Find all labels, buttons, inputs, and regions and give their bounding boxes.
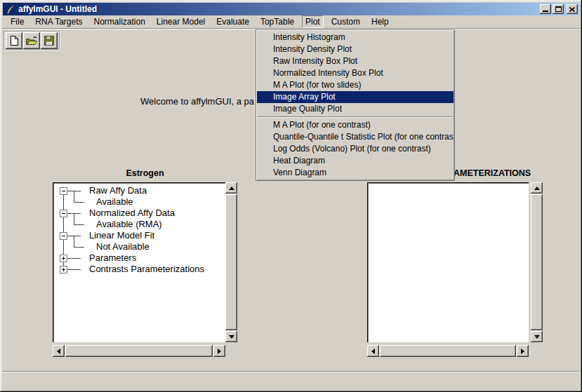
menu-file[interactable]: File	[7, 15, 27, 28]
tree-line	[74, 202, 84, 203]
minimize-icon	[543, 11, 548, 12]
menu-item-log-odds-volcano-plot[interactable]: Log Odds (Volcano) Plot (for one contras…	[257, 143, 454, 155]
tree-line	[74, 247, 84, 248]
menu-item-intensity-histogram[interactable]: Intensity Histogram	[257, 32, 454, 43]
menu-item-heat-diagram[interactable]: Heat Diagram	[257, 155, 454, 167]
arrow-left-icon	[57, 349, 60, 354]
scroll-up-button[interactable]	[225, 182, 237, 194]
open-folder-icon	[25, 35, 38, 46]
menu-item-normalized-intensity-box-plot[interactable]: Normalized Intensity Box Plot	[257, 67, 454, 79]
scroll-right-button[interactable]	[517, 345, 529, 357]
expand-toggle-contrasts-parameterizations[interactable]	[60, 266, 67, 273]
menu-item-raw-intensity-box-plot[interactable]: Raw Intensity Box Plot	[257, 55, 454, 67]
menu-separator	[258, 116, 453, 118]
save-icon	[44, 35, 55, 46]
menu-custom[interactable]: Custom	[328, 15, 364, 28]
tree-line	[67, 258, 81, 259]
scrollbar-thumb[interactable]	[380, 345, 516, 357]
status-tree: Raw Affy Data Available Normalized Affy …	[54, 184, 224, 341]
right-vertical-scrollbar[interactable]	[531, 182, 543, 342]
tree-node-normalized-affy-data[interactable]: Normalized Affy Data	[89, 208, 175, 219]
collapse-toggle-linear-model-fit[interactable]	[60, 232, 67, 240]
menu-evaluate[interactable]: Evaluate	[213, 15, 253, 28]
scroll-down-button[interactable]	[225, 331, 237, 342]
menu-rna-targets[interactable]: RNA Targets	[32, 15, 86, 28]
right-horizontal-scrollbar[interactable]	[367, 345, 529, 357]
app-window: affylmGUI - Untitled File RNA Targets No…	[0, 0, 582, 392]
menu-item-venn-diagram[interactable]: Venn Diagram	[257, 167, 454, 179]
close-icon	[569, 7, 575, 12]
scroll-right-button[interactable]	[213, 345, 225, 357]
tree-line	[74, 236, 74, 247]
window-title: affylmGUI - Untitled	[18, 3, 538, 15]
scroll-up-button[interactable]	[531, 182, 543, 194]
arrow-left-icon	[371, 349, 375, 354]
menu-item-image-quality-plot[interactable]: Image Quality Plot	[257, 103, 454, 115]
tree-node-contrasts-parameterizations[interactable]: Contrasts Parameterizations	[89, 264, 204, 275]
scrollbar-thumb[interactable]	[225, 194, 237, 330]
plot-dropdown-menu: Intensity Histogram Intensity Density Pl…	[256, 29, 455, 181]
scroll-down-button[interactable]	[531, 331, 543, 342]
scrollbar-thumb[interactable]	[531, 194, 543, 330]
menu-item-ma-plot-two-slides[interactable]: M A Plot (for two slides)	[257, 79, 454, 91]
maximize-icon	[555, 6, 562, 12]
tree-line	[74, 191, 74, 202]
save-button[interactable]	[41, 32, 58, 49]
collapse-toggle-raw-affy-data[interactable]	[60, 187, 67, 195]
left-horizontal-scrollbar[interactable]	[53, 345, 225, 357]
scrollbar-thumb[interactable]	[65, 345, 213, 357]
menu-normalization[interactable]: Normalization	[91, 15, 149, 28]
status-bar	[3, 373, 579, 388]
menu-item-qq-t-statistic-plot[interactable]: Quantile-Quantile t Statistic Plot (for …	[257, 131, 454, 143]
client-bottom-separator	[3, 371, 579, 372]
menu-item-image-array-plot[interactable]: Image Array Plot	[257, 91, 454, 103]
menu-linear-model[interactable]: Linear Model	[153, 15, 209, 28]
minimize-button[interactable]	[540, 4, 551, 14]
scroll-left-button[interactable]	[53, 345, 65, 357]
tree-line	[67, 269, 81, 270]
status-tree-listbox[interactable]: Raw Affy Data Available Normalized Affy …	[53, 182, 225, 342]
tree-line	[74, 224, 84, 225]
menu-item-ma-plot-one-contrast[interactable]: M A Plot (for one contrast)	[257, 119, 454, 131]
new-file-button[interactable]	[6, 32, 22, 49]
arrow-right-icon	[521, 349, 524, 354]
menu-bar: File RNA Targets Normalization Linear Mo…	[3, 15, 579, 28]
arrow-up-icon	[229, 187, 234, 190]
expand-toggle-parameters[interactable]	[60, 255, 67, 262]
new-document-icon	[8, 35, 20, 46]
tree-line	[74, 213, 74, 224]
welcome-text: Welcome to affylmGUI, a pa	[140, 96, 254, 107]
title-bar[interactable]: affylmGUI - Untitled	[3, 3, 579, 15]
collapse-toggle-normalized-affy-data[interactable]	[60, 210, 67, 217]
arrow-up-icon	[534, 187, 540, 190]
feather-icon	[5, 4, 16, 15]
contrasts-listbox[interactable]	[367, 182, 529, 342]
arrow-down-icon	[534, 335, 540, 339]
close-button[interactable]	[567, 4, 578, 14]
arrow-down-icon	[229, 335, 234, 339]
tree-node-available[interactable]: Available	[96, 196, 133, 208]
menu-item-intensity-density-plot[interactable]: Intensity Density Plot	[257, 43, 454, 55]
arrow-right-icon	[218, 349, 221, 354]
tree-node-linear-model-fit[interactable]: Linear Model Fit	[89, 230, 154, 241]
menu-toptable[interactable]: TopTable	[257, 15, 298, 28]
left-panel-title: Estrogen	[53, 168, 237, 178]
menu-help[interactable]: Help	[368, 15, 392, 28]
tree-node-raw-affy-data[interactable]: Raw Affy Data	[89, 185, 147, 196]
toolbar	[4, 31, 60, 50]
open-file-button[interactable]	[23, 32, 40, 49]
tree-node-available-rma[interactable]: Available (RMA)	[96, 219, 162, 230]
right-panel-title-partial: AMETERIZATIONS	[454, 168, 531, 178]
menu-plot[interactable]: Plot	[302, 15, 324, 28]
tree-node-not-available[interactable]: Not Available	[96, 241, 150, 252]
tree-node-parameters[interactable]: Parameters	[89, 252, 136, 264]
left-vertical-scrollbar[interactable]	[225, 182, 237, 342]
maximize-button[interactable]	[553, 4, 564, 14]
scroll-left-button[interactable]	[367, 345, 379, 357]
